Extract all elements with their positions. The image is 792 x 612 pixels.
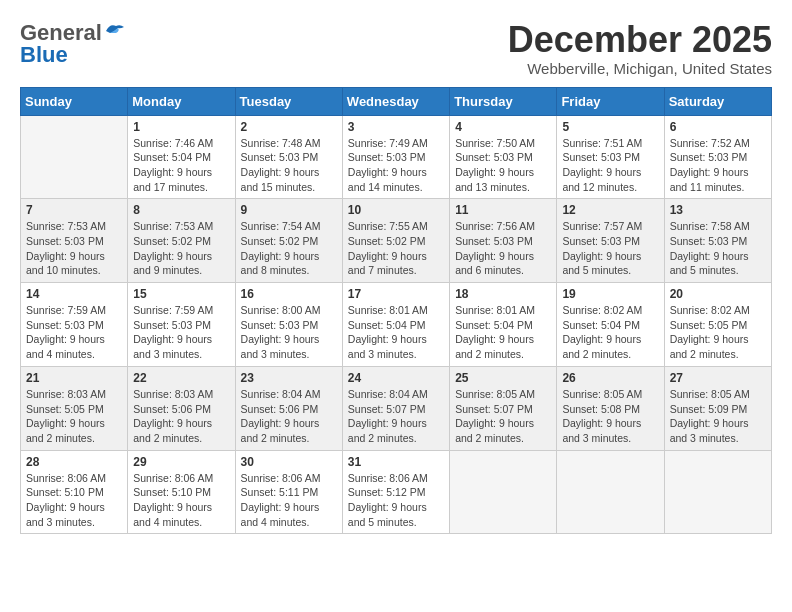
sunset-text: Sunset: 5:06 PM — [241, 403, 319, 415]
day-info: Sunrise: 7:48 AMSunset: 5:03 PMDaylight:… — [241, 136, 337, 195]
sunset-text: Sunset: 5:03 PM — [670, 235, 748, 247]
day-info: Sunrise: 7:59 AMSunset: 5:03 PMDaylight:… — [133, 303, 229, 362]
sunrise-text: Sunrise: 7:59 AM — [26, 304, 106, 316]
sunrise-text: Sunrise: 7:57 AM — [562, 220, 642, 232]
calendar-cell: 15Sunrise: 7:59 AMSunset: 5:03 PMDayligh… — [128, 283, 235, 367]
calendar-cell: 5Sunrise: 7:51 AMSunset: 5:03 PMDaylight… — [557, 115, 664, 199]
day-info: Sunrise: 8:05 AMSunset: 5:07 PMDaylight:… — [455, 387, 551, 446]
day-info: Sunrise: 7:58 AMSunset: 5:03 PMDaylight:… — [670, 219, 766, 278]
day-info: Sunrise: 7:49 AMSunset: 5:03 PMDaylight:… — [348, 136, 444, 195]
daylight-text: Daylight: 9 hours and 2 minutes. — [455, 333, 534, 360]
calendar-header-sunday: Sunday — [21, 87, 128, 115]
calendar-week-row: 7Sunrise: 7:53 AMSunset: 5:03 PMDaylight… — [21, 199, 772, 283]
calendar-cell: 6Sunrise: 7:52 AMSunset: 5:03 PMDaylight… — [664, 115, 771, 199]
sunrise-text: Sunrise: 7:53 AM — [26, 220, 106, 232]
daylight-text: Daylight: 9 hours and 3 minutes. — [26, 501, 105, 528]
day-number: 12 — [562, 203, 658, 217]
day-number: 3 — [348, 120, 444, 134]
sunset-text: Sunset: 5:10 PM — [26, 486, 104, 498]
day-info: Sunrise: 7:59 AMSunset: 5:03 PMDaylight:… — [26, 303, 122, 362]
day-number: 19 — [562, 287, 658, 301]
day-number: 11 — [455, 203, 551, 217]
day-number: 5 — [562, 120, 658, 134]
daylight-text: Daylight: 9 hours and 2 minutes. — [670, 333, 749, 360]
title-block: December 2025 Webberville, Michigan, Uni… — [508, 20, 772, 77]
calendar-cell: 4Sunrise: 7:50 AMSunset: 5:03 PMDaylight… — [450, 115, 557, 199]
calendar-cell: 3Sunrise: 7:49 AMSunset: 5:03 PMDaylight… — [342, 115, 449, 199]
day-info: Sunrise: 7:50 AMSunset: 5:03 PMDaylight:… — [455, 136, 551, 195]
sunset-text: Sunset: 5:12 PM — [348, 486, 426, 498]
calendar-week-row: 21Sunrise: 8:03 AMSunset: 5:05 PMDayligh… — [21, 366, 772, 450]
sunset-text: Sunset: 5:11 PM — [241, 486, 319, 498]
day-info: Sunrise: 8:02 AMSunset: 5:04 PMDaylight:… — [562, 303, 658, 362]
daylight-text: Daylight: 9 hours and 5 minutes. — [562, 250, 641, 277]
calendar-cell — [557, 450, 664, 534]
day-info: Sunrise: 7:53 AMSunset: 5:03 PMDaylight:… — [26, 219, 122, 278]
day-info: Sunrise: 8:06 AMSunset: 5:11 PMDaylight:… — [241, 471, 337, 530]
sunrise-text: Sunrise: 7:56 AM — [455, 220, 535, 232]
day-info: Sunrise: 7:53 AMSunset: 5:02 PMDaylight:… — [133, 219, 229, 278]
sunrise-text: Sunrise: 8:00 AM — [241, 304, 321, 316]
day-info: Sunrise: 8:05 AMSunset: 5:08 PMDaylight:… — [562, 387, 658, 446]
daylight-text: Daylight: 9 hours and 11 minutes. — [670, 166, 749, 193]
page-header: General Blue December 2025 Webberville, … — [20, 20, 772, 77]
calendar-header-friday: Friday — [557, 87, 664, 115]
calendar-cell — [664, 450, 771, 534]
day-info: Sunrise: 7:54 AMSunset: 5:02 PMDaylight:… — [241, 219, 337, 278]
sunset-text: Sunset: 5:03 PM — [241, 151, 319, 163]
day-number: 22 — [133, 371, 229, 385]
calendar-cell: 7Sunrise: 7:53 AMSunset: 5:03 PMDaylight… — [21, 199, 128, 283]
day-info: Sunrise: 8:06 AMSunset: 5:10 PMDaylight:… — [133, 471, 229, 530]
calendar-cell — [450, 450, 557, 534]
calendar-cell: 14Sunrise: 7:59 AMSunset: 5:03 PMDayligh… — [21, 283, 128, 367]
sunset-text: Sunset: 5:03 PM — [455, 151, 533, 163]
day-info: Sunrise: 7:46 AMSunset: 5:04 PMDaylight:… — [133, 136, 229, 195]
sunset-text: Sunset: 5:03 PM — [348, 151, 426, 163]
day-number: 16 — [241, 287, 337, 301]
sunset-text: Sunset: 5:03 PM — [26, 319, 104, 331]
daylight-text: Daylight: 9 hours and 3 minutes. — [241, 333, 320, 360]
calendar-cell: 29Sunrise: 8:06 AMSunset: 5:10 PMDayligh… — [128, 450, 235, 534]
day-info: Sunrise: 8:01 AMSunset: 5:04 PMDaylight:… — [348, 303, 444, 362]
day-info: Sunrise: 8:04 AMSunset: 5:07 PMDaylight:… — [348, 387, 444, 446]
calendar: SundayMondayTuesdayWednesdayThursdayFrid… — [20, 87, 772, 535]
day-info: Sunrise: 8:03 AMSunset: 5:05 PMDaylight:… — [26, 387, 122, 446]
sunrise-text: Sunrise: 7:58 AM — [670, 220, 750, 232]
daylight-text: Daylight: 9 hours and 4 minutes. — [241, 501, 320, 528]
calendar-cell: 28Sunrise: 8:06 AMSunset: 5:10 PMDayligh… — [21, 450, 128, 534]
day-number: 31 — [348, 455, 444, 469]
sunset-text: Sunset: 5:05 PM — [670, 319, 748, 331]
sunrise-text: Sunrise: 8:06 AM — [241, 472, 321, 484]
sunset-text: Sunset: 5:02 PM — [133, 235, 211, 247]
day-number: 6 — [670, 120, 766, 134]
daylight-text: Daylight: 9 hours and 8 minutes. — [241, 250, 320, 277]
sunset-text: Sunset: 5:10 PM — [133, 486, 211, 498]
calendar-cell: 8Sunrise: 7:53 AMSunset: 5:02 PMDaylight… — [128, 199, 235, 283]
sunset-text: Sunset: 5:04 PM — [348, 319, 426, 331]
calendar-cell: 17Sunrise: 8:01 AMSunset: 5:04 PMDayligh… — [342, 283, 449, 367]
sunset-text: Sunset: 5:03 PM — [133, 319, 211, 331]
daylight-text: Daylight: 9 hours and 3 minutes. — [133, 333, 212, 360]
day-info: Sunrise: 8:00 AMSunset: 5:03 PMDaylight:… — [241, 303, 337, 362]
day-number: 13 — [670, 203, 766, 217]
calendar-header-tuesday: Tuesday — [235, 87, 342, 115]
calendar-cell: 13Sunrise: 7:58 AMSunset: 5:03 PMDayligh… — [664, 199, 771, 283]
daylight-text: Daylight: 9 hours and 4 minutes. — [26, 333, 105, 360]
sunrise-text: Sunrise: 7:54 AM — [241, 220, 321, 232]
daylight-text: Daylight: 9 hours and 3 minutes. — [670, 417, 749, 444]
daylight-text: Daylight: 9 hours and 2 minutes. — [26, 417, 105, 444]
calendar-cell: 16Sunrise: 8:00 AMSunset: 5:03 PMDayligh… — [235, 283, 342, 367]
calendar-cell: 12Sunrise: 7:57 AMSunset: 5:03 PMDayligh… — [557, 199, 664, 283]
calendar-cell: 23Sunrise: 8:04 AMSunset: 5:06 PMDayligh… — [235, 366, 342, 450]
sunset-text: Sunset: 5:04 PM — [133, 151, 211, 163]
calendar-week-row: 28Sunrise: 8:06 AMSunset: 5:10 PMDayligh… — [21, 450, 772, 534]
daylight-text: Daylight: 9 hours and 5 minutes. — [670, 250, 749, 277]
day-info: Sunrise: 8:03 AMSunset: 5:06 PMDaylight:… — [133, 387, 229, 446]
day-info: Sunrise: 8:06 AMSunset: 5:10 PMDaylight:… — [26, 471, 122, 530]
sunset-text: Sunset: 5:02 PM — [241, 235, 319, 247]
sunrise-text: Sunrise: 7:46 AM — [133, 137, 213, 149]
sunrise-text: Sunrise: 8:02 AM — [562, 304, 642, 316]
sunset-text: Sunset: 5:03 PM — [562, 151, 640, 163]
sunset-text: Sunset: 5:08 PM — [562, 403, 640, 415]
sunset-text: Sunset: 5:05 PM — [26, 403, 104, 415]
